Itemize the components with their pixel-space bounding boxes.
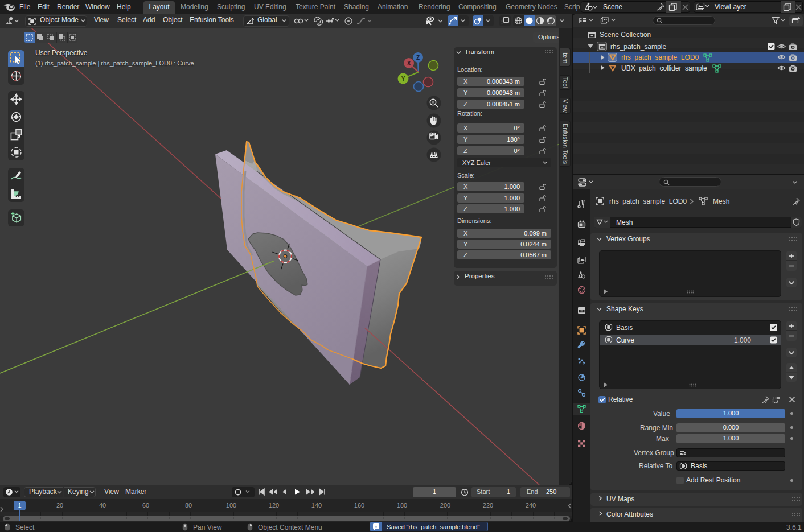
- svg-text:Z: Z: [416, 55, 420, 61]
- svg-text:Y: Y: [401, 76, 405, 82]
- svg-text:X: X: [407, 60, 411, 67]
